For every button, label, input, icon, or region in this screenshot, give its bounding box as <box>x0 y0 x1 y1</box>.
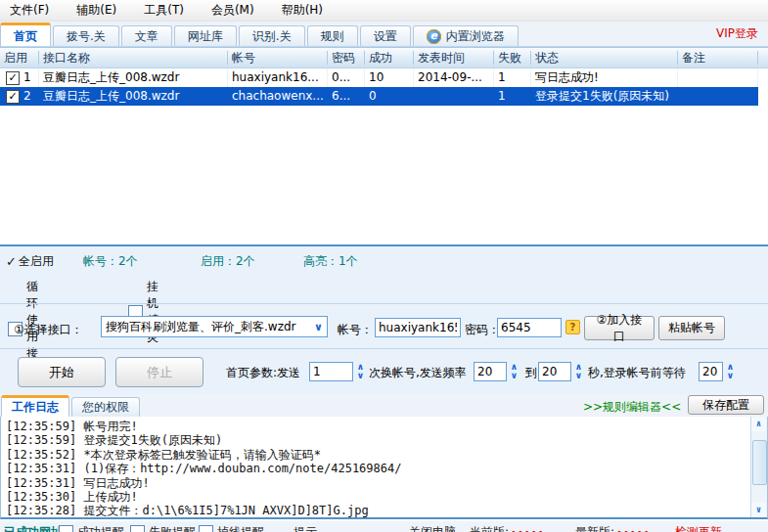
log-line: [12:35:52] *本次登录标签已触发验证码，请输入验证码* <box>6 448 747 462</box>
tab-article[interactable]: 文章 <box>121 25 172 46</box>
interface-dropdown[interactable]: 搜狗百科刷浏览量、评价_刺客.wzdr ∨ <box>101 316 328 337</box>
col-status[interactable]: 状态 <box>531 51 678 65</box>
ie-browser-icon: e <box>427 29 441 44</box>
check-update-link[interactable]: 检测更新 <box>675 524 722 532</box>
wait-input[interactable] <box>699 362 723 381</box>
offline-alert-label: 掉线提醒 <box>217 524 264 532</box>
select-all-label: 全启用 <box>19 253 54 270</box>
tab-work-log[interactable]: 工作日志 <box>1 395 69 417</box>
cell-success: 10 <box>365 68 414 87</box>
scroll-down-button[interactable]: ∨ <box>751 503 766 517</box>
paste-account-button[interactable]: 粘贴帐号 <box>658 316 725 340</box>
select-interface-label: ①选择接口： <box>14 322 83 338</box>
fail-alert-checkbox[interactable]: 失败提醒 <box>130 524 196 532</box>
col-password[interactable]: 密码 <box>328 51 365 65</box>
log-line: [12:35:30] 上传成功! <box>6 490 747 504</box>
menu-help[interactable]: 帮助(H) <box>272 2 333 19</box>
tab-work-log-label: 工作日志 <box>12 400 59 414</box>
tab-article-label: 文章 <box>135 26 158 46</box>
col-success[interactable]: 成功 <box>365 51 414 65</box>
start-button[interactable]: 开始 <box>18 357 106 387</box>
tab-home-label: 首页 <box>14 26 37 46</box>
spinner-down-icon[interactable]: ∨ <box>727 372 734 380</box>
cell-fail: 1 <box>494 87 531 106</box>
stop-button[interactable]: 停止 <box>115 357 203 387</box>
run-controls-row: 开始 停止 首页参数:发送 ∧∨ 次换帐号,发送频率 ∧∨ 到 ∧∨ 秒,登录帐… <box>0 348 768 395</box>
col-publish-time[interactable]: 发表时间 <box>414 51 494 65</box>
app-window: 文件(F) 辅助(E) 工具(T) 会员(M) 帮助(H) 首页 拨号.关 文章… <box>0 0 768 532</box>
frequency-stepper[interactable]: ∧∨ <box>508 361 520 382</box>
account-input[interactable] <box>375 318 461 337</box>
spinner-down-icon[interactable]: ∨ <box>511 372 518 380</box>
save-config-button[interactable]: 保存配置 <box>688 395 764 415</box>
log-tab-bar: 工作日志 您的权限 >>规则编辑器<< 保存配置 <box>0 394 768 418</box>
log-line: [12:35:31] (1)保存：http://www.douban.com/n… <box>6 462 747 475</box>
menu-assist[interactable]: 辅助(E) <box>67 2 126 19</box>
scroll-thumb[interactable] <box>752 440 767 485</box>
rule-editor-link[interactable]: >>规则编辑器<< <box>583 399 681 416</box>
log-line: [12:35:28] 提交文件：d:\1\6%1I5]7%1JN AXVX]D]… <box>6 504 747 517</box>
cell-account: chachaowenx... <box>228 87 328 106</box>
row-enabled-checkbox[interactable]: ✓ <box>6 90 20 104</box>
col-enabled[interactable]: 启用 <box>0 51 39 65</box>
cell-status: 写日志成功! <box>531 68 678 87</box>
checkbox-icon <box>59 525 73 532</box>
frequency-to-stepper[interactable]: ∧∨ <box>572 361 585 382</box>
cell-fail: 1 <box>494 68 531 87</box>
send-count-stepper[interactable]: ∧∨ <box>354 361 367 382</box>
wait-stepper[interactable]: ∧∨ <box>724 361 737 382</box>
enabled-count: 启用：2个 <box>201 253 255 270</box>
col-fail[interactable]: 失败 <box>494 51 531 65</box>
tab-rules[interactable]: 规则 <box>307 25 358 46</box>
offline-alert-checkbox[interactable]: 掉线提醒 <box>199 524 264 532</box>
log-scrollbar[interactable]: ∧ ∨ <box>750 417 767 517</box>
row-enabled-checkbox[interactable]: ✓ <box>6 71 20 85</box>
col-note[interactable]: 备注 <box>678 51 758 65</box>
tab-url-library[interactable]: 网址库 <box>174 25 237 46</box>
tab-dial[interactable]: 拨号.关 <box>53 25 119 46</box>
menu-tools[interactable]: 工具(T) <box>134 2 194 19</box>
success-alert-checkbox[interactable]: 成功提醒 <box>59 524 124 532</box>
tab-settings[interactable]: 设置 <box>360 25 411 46</box>
spinner-down-icon[interactable]: ∨ <box>357 372 364 380</box>
tab-builtin-browser[interactable]: e 内置浏览器 <box>413 25 519 46</box>
send-count-input[interactable] <box>309 362 353 381</box>
status-bar: 已成功网址: 成功提醒 失败提醒 掉线提醒 提示 关闭电脑 当前版:••••• … <box>0 521 768 532</box>
select-all-checkbox[interactable]: ✓ 全启用 <box>6 253 54 270</box>
log-line: [12:35:59] 帐号用完! <box>6 420 747 433</box>
to-label: 到 <box>525 365 537 381</box>
add-interface-button[interactable]: ②加入接口 <box>584 316 655 340</box>
log-line: [12:35:31] 写日志成功! <box>6 476 747 490</box>
interface-dropdown-value: 搜狗百科刷浏览量、评价_刺客.wzdr <box>102 319 310 335</box>
tab-recognition[interactable]: 识别.关 <box>239 25 305 46</box>
checkbox-icon <box>199 525 213 532</box>
frequency-to-input[interactable] <box>538 362 571 381</box>
log-line: [12:35:59] 登录提交1失败(原因未知) <box>6 433 747 447</box>
tab-home[interactable]: 首页 <box>0 22 51 46</box>
menu-file[interactable]: 文件(F) <box>0 2 59 19</box>
divider <box>0 303 768 304</box>
switch-account-label: 次换帐号,发送频率 <box>369 365 467 381</box>
col-filler <box>758 51 768 65</box>
table-row[interactable]: ✓1 豆瓣日志_上传_008.wzdr huaxiyank16... 0... … <box>0 68 768 87</box>
scroll-up-button[interactable]: ∧ <box>751 417 766 431</box>
col-interface-name[interactable]: 接口名称 <box>39 51 228 65</box>
cell-account: huaxiyank16... <box>228 68 328 87</box>
shutdown-label: 关闭电脑 <box>409 524 456 532</box>
col-account[interactable]: 帐号 <box>228 51 328 65</box>
tab-permissions-label: 您的权限 <box>82 400 129 414</box>
table-row-selected[interactable]: ✓2 豆瓣日志_上传_008.wzdr chachaowenx... 6... … <box>0 87 768 106</box>
current-version: 当前版:••••• <box>470 524 545 532</box>
spinner-down-icon[interactable]: ∨ <box>575 372 582 380</box>
menu-bar: 文件(F) 辅助(E) 工具(T) 会员(M) 帮助(H) <box>0 0 768 22</box>
password-input[interactable] <box>497 318 562 337</box>
frequency-input[interactable] <box>474 362 507 381</box>
vip-login-link[interactable]: VIP登录 <box>716 25 768 42</box>
status-hint-label: 提示 <box>294 524 317 532</box>
check-icon: ✓ <box>6 254 17 269</box>
log-lines: [12:35:59] 帐号用完! [12:35:59] 登录提交1失败(原因未知… <box>6 420 747 518</box>
cell-interface-name: 豆瓣日志_上传_008.wzdr <box>39 87 228 106</box>
menu-member[interactable]: 会员(M) <box>202 2 264 19</box>
tab-permissions[interactable]: 您的权限 <box>71 397 140 417</box>
help-icon[interactable]: ? <box>565 320 580 334</box>
